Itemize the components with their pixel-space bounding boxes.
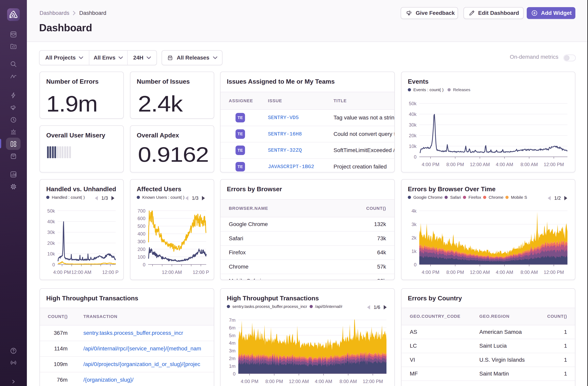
svg-text:3m: 3m bbox=[229, 348, 235, 353]
svg-text:50k: 50k bbox=[409, 101, 417, 106]
svg-text:1k: 1k bbox=[412, 249, 417, 254]
svg-text:30k: 30k bbox=[47, 229, 55, 235]
svg-text:5m: 5m bbox=[229, 333, 235, 338]
svg-text:8:00 AM: 8:00 AM bbox=[520, 162, 538, 167]
svg-text:12:00 AM: 12:00 AM bbox=[162, 270, 182, 275]
svg-text:2k: 2k bbox=[412, 235, 417, 240]
svg-text:4:00 PM: 4:00 PM bbox=[422, 162, 439, 167]
svg-text:2m: 2m bbox=[229, 356, 235, 361]
svg-text:0: 0 bbox=[52, 262, 55, 267]
svg-text:7m: 7m bbox=[229, 318, 235, 323]
svg-text:0: 0 bbox=[414, 154, 417, 159]
svg-text:0: 0 bbox=[233, 371, 235, 377]
svg-text:400: 400 bbox=[138, 231, 146, 236]
svg-text:4:00 PM: 4:00 PM bbox=[53, 270, 71, 275]
svg-text:8:00 PM: 8:00 PM bbox=[446, 270, 464, 275]
svg-text:40k: 40k bbox=[409, 112, 417, 117]
svg-text:12:00 AM: 12:00 AM bbox=[71, 270, 91, 275]
svg-text:500: 500 bbox=[138, 224, 146, 229]
svg-text:700: 700 bbox=[138, 208, 146, 214]
svg-text:50k: 50k bbox=[47, 208, 55, 214]
svg-text:600: 600 bbox=[138, 216, 146, 221]
svg-text:8:00 PM: 8:00 PM bbox=[265, 379, 283, 384]
svg-text:8:00 AM: 8:00 AM bbox=[520, 270, 538, 275]
svg-text:4:00 AM: 4:00 AM bbox=[496, 270, 513, 275]
svg-text:12:00 AM: 12:00 AM bbox=[470, 270, 490, 275]
svg-text:12:00 PM: 12:00 PM bbox=[544, 162, 564, 167]
svg-text:12:00 P: 12:00 P bbox=[102, 270, 119, 275]
svg-text:4k: 4k bbox=[412, 208, 417, 214]
svg-text:1m: 1m bbox=[229, 363, 235, 369]
svg-text:4:00 PM: 4:00 PM bbox=[422, 270, 439, 275]
svg-text:12:00 P: 12:00 P bbox=[193, 270, 209, 275]
svg-text:0: 0 bbox=[143, 262, 146, 267]
svg-text:12:00 AM: 12:00 AM bbox=[470, 162, 490, 167]
svg-text:10k: 10k bbox=[409, 144, 417, 149]
svg-text:30k: 30k bbox=[409, 122, 417, 128]
svg-text:40k: 40k bbox=[47, 219, 55, 224]
svg-text:12:00 PM: 12:00 PM bbox=[544, 270, 564, 275]
svg-text:8:00 AM: 8:00 AM bbox=[339, 379, 357, 384]
svg-text:0: 0 bbox=[414, 262, 417, 267]
svg-text:10k: 10k bbox=[47, 251, 55, 256]
svg-text:4:00 PM: 4:00 PM bbox=[241, 379, 258, 384]
svg-text:20k: 20k bbox=[409, 133, 417, 138]
svg-text:12:00 AM: 12:00 AM bbox=[289, 379, 309, 384]
svg-text:12:00 PM: 12:00 PM bbox=[363, 379, 383, 384]
svg-text:3k: 3k bbox=[412, 222, 417, 227]
svg-text:6m: 6m bbox=[229, 325, 235, 330]
svg-text:4:00 AM: 4:00 AM bbox=[315, 379, 332, 384]
svg-text:4:00 AM: 4:00 AM bbox=[496, 162, 513, 167]
svg-text:300: 300 bbox=[138, 239, 146, 244]
svg-text:100: 100 bbox=[138, 254, 146, 260]
svg-text:20k: 20k bbox=[47, 240, 55, 246]
svg-text:200: 200 bbox=[138, 247, 146, 252]
svg-text:8:00 PM: 8:00 PM bbox=[446, 162, 464, 167]
svg-text:4m: 4m bbox=[229, 340, 235, 346]
